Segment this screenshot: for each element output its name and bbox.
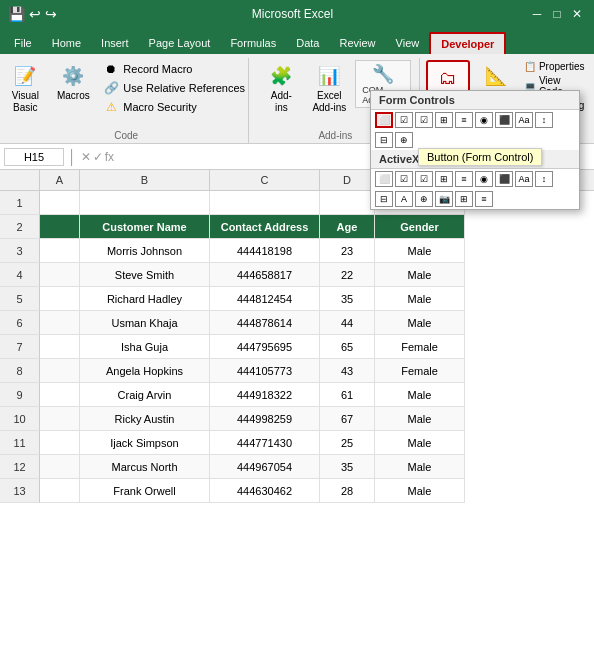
activex-control-3[interactable]: ☑ <box>415 171 433 187</box>
list-box-form-control[interactable]: ≡ <box>455 112 473 128</box>
cell-4-1[interactable]: 444658817 <box>210 263 320 287</box>
cell-10-1[interactable]: 444998259 <box>210 407 320 431</box>
record-macro-button[interactable]: ⏺ Record Macro <box>99 60 249 78</box>
header-cell-1[interactable]: Contact Address <box>210 215 320 239</box>
tab-file[interactable]: File <box>4 32 42 54</box>
tab-data[interactable]: Data <box>286 32 329 54</box>
cell-13-0[interactable]: Frank Orwell <box>80 479 210 503</box>
cell-8-2[interactable]: 43 <box>320 359 375 383</box>
cell-5-0[interactable]: Richard Hadley <box>80 287 210 311</box>
excel-add-ins-button[interactable]: 📊 ExcelAdd-ins <box>307 60 351 116</box>
cell-10-3[interactable]: Male <box>375 407 465 431</box>
header-cell-0[interactable]: Customer Name <box>80 215 210 239</box>
cell-9-1[interactable]: 444918322 <box>210 383 320 407</box>
cell[interactable] <box>320 191 375 215</box>
group-box-form-control[interactable]: ⬛ <box>495 112 513 128</box>
cell-11-0[interactable]: Ijack Simpson <box>80 431 210 455</box>
close-button[interactable]: ✕ <box>568 5 586 23</box>
cell-5-3[interactable]: Male <box>375 287 465 311</box>
cell-a-12[interactable] <box>40 455 80 479</box>
cell[interactable] <box>80 191 210 215</box>
cancel-formula-icon[interactable]: ✕ <box>81 150 91 164</box>
cell-11-1[interactable]: 444771430 <box>210 431 320 455</box>
button-form-control[interactable]: ⬜ <box>375 112 393 128</box>
activex-control-15[interactable]: ≡ <box>475 191 493 207</box>
cell-10-2[interactable]: 67 <box>320 407 375 431</box>
cell-12-3[interactable]: Male <box>375 455 465 479</box>
use-relative-button[interactable]: 🔗 Use Relative References <box>99 79 249 97</box>
cell-12-0[interactable]: Marcus North <box>80 455 210 479</box>
cell-a-3[interactable] <box>40 239 80 263</box>
cell-9-3[interactable]: Male <box>375 383 465 407</box>
maximize-button[interactable]: □ <box>548 5 566 23</box>
cell-6-1[interactable]: 444878614 <box>210 311 320 335</box>
cell-a-5[interactable] <box>40 287 80 311</box>
cell-3-3[interactable]: Male <box>375 239 465 263</box>
cell[interactable] <box>40 191 80 215</box>
cell-7-0[interactable]: Isha Guja <box>80 335 210 359</box>
cell-a-9[interactable] <box>40 383 80 407</box>
activex-control-2[interactable]: ☑ <box>395 171 413 187</box>
cell-a-13[interactable] <box>40 479 80 503</box>
cell-11-3[interactable]: Male <box>375 431 465 455</box>
cell-8-3[interactable]: Female <box>375 359 465 383</box>
option-button-form-control[interactable]: ◉ <box>475 112 493 128</box>
cell-a-10[interactable] <box>40 407 80 431</box>
cell-7-2[interactable]: 65 <box>320 335 375 359</box>
cell-12-2[interactable]: 35 <box>320 455 375 479</box>
insert-function-icon[interactable]: fx <box>105 150 114 164</box>
activex-control-13[interactable]: 📷 <box>435 191 453 207</box>
cell-13-3[interactable]: Male <box>375 479 465 503</box>
add-ins-button[interactable]: 🧩 Add-ins <box>259 60 303 116</box>
tab-formulas[interactable]: Formulas <box>220 32 286 54</box>
cell-4-0[interactable]: Steve Smith <box>80 263 210 287</box>
cell-4-2[interactable]: 22 <box>320 263 375 287</box>
cell-6-3[interactable]: Male <box>375 311 465 335</box>
cell-12-1[interactable]: 444967054 <box>210 455 320 479</box>
header-cell-2[interactable]: Age <box>320 215 375 239</box>
cell-4-3[interactable]: Male <box>375 263 465 287</box>
tab-insert[interactable]: Insert <box>91 32 139 54</box>
cell-7-3[interactable]: Female <box>375 335 465 359</box>
cell-3-1[interactable]: 444418198 <box>210 239 320 263</box>
cell-8-1[interactable]: 444105773 <box>210 359 320 383</box>
cell-a-4[interactable] <box>40 263 80 287</box>
cell[interactable] <box>210 191 320 215</box>
macro-security-button[interactable]: ⚠ Macro Security <box>99 98 249 116</box>
activex-control-7[interactable]: ⬛ <box>495 171 513 187</box>
cell-9-2[interactable]: 61 <box>320 383 375 407</box>
cell-a-6[interactable] <box>40 311 80 335</box>
cell-6-2[interactable]: 44 <box>320 311 375 335</box>
tab-page-layout[interactable]: Page Layout <box>139 32 221 54</box>
activex-control-14[interactable]: ⊞ <box>455 191 473 207</box>
label-form-control[interactable]: Aa <box>515 112 533 128</box>
activex-control-4[interactable]: ⊞ <box>435 171 453 187</box>
cell-13-1[interactable]: 444630462 <box>210 479 320 503</box>
tab-developer[interactable]: Developer <box>429 32 506 54</box>
cell-7-1[interactable]: 444795695 <box>210 335 320 359</box>
header-cell-3[interactable]: Gender <box>375 215 465 239</box>
redo-icon[interactable]: ↪ <box>45 6 57 22</box>
activex-control-6[interactable]: ◉ <box>475 171 493 187</box>
form-control-extra1[interactable]: ⊟ <box>375 132 393 148</box>
confirm-formula-icon[interactable]: ✓ <box>93 150 103 164</box>
activex-control-1[interactable]: ⬜ <box>375 171 393 187</box>
cell-a-8[interactable] <box>40 359 80 383</box>
minimize-button[interactable]: ─ <box>528 5 546 23</box>
undo-icon[interactable]: ↩ <box>29 6 41 22</box>
activex-control-10[interactable]: ⊟ <box>375 191 393 207</box>
cell-11-2[interactable]: 25 <box>320 431 375 455</box>
cell-13-2[interactable]: 28 <box>320 479 375 503</box>
cell-3-2[interactable]: 23 <box>320 239 375 263</box>
properties-button[interactable]: 📋 Properties <box>522 60 587 73</box>
cell-8-0[interactable]: Angela Hopkins <box>80 359 210 383</box>
visual-basic-button[interactable]: 📝 VisualBasic <box>3 60 47 116</box>
tab-view[interactable]: View <box>386 32 430 54</box>
activex-control-5[interactable]: ≡ <box>455 171 473 187</box>
checkbox-form-control[interactable]: ☑ <box>415 112 433 128</box>
cell-9-0[interactable]: Craig Arvin <box>80 383 210 407</box>
combo-box-form-control[interactable]: ☑ <box>395 112 413 128</box>
scroll-bar-form-control[interactable]: ↕ <box>535 112 553 128</box>
activex-control-8[interactable]: Aa <box>515 171 533 187</box>
cell-a-7[interactable] <box>40 335 80 359</box>
